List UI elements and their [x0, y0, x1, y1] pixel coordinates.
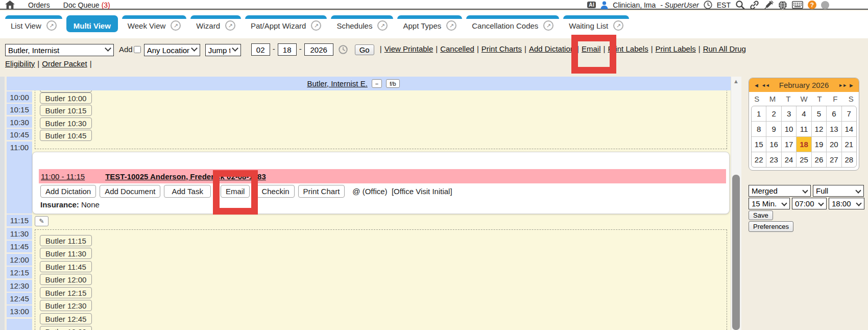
- add-dictation-button[interactable]: Add Dictation: [40, 185, 96, 198]
- interval-select[interactable]: 15 Min.: [749, 198, 790, 209]
- calendar-day[interactable]: 7: [842, 106, 856, 121]
- calendar-day[interactable]: 10: [782, 122, 796, 136]
- date-month-input[interactable]: [251, 43, 270, 56]
- print-labels-link[interactable]: Print Labels: [608, 44, 648, 53]
- save-button[interactable]: Save: [749, 210, 773, 220]
- open-slot-button[interactable]: Butler 11:30: [40, 248, 92, 259]
- external-link-icon[interactable]: ↗: [377, 20, 388, 31]
- print-chart-button[interactable]: Print Chart: [298, 185, 345, 198]
- open-slot-button[interactable]: Butler 12:00: [40, 274, 92, 285]
- syringe-icon[interactable]: [764, 1, 774, 10]
- open-slot-button[interactable]: Butler 10:15: [40, 105, 92, 116]
- open-slot-button[interactable]: Butler 12:45: [40, 313, 92, 324]
- appointment-time-link[interactable]: 11:00 - 11:15: [41, 172, 85, 181]
- tab-schedules[interactable]: Schedules↗: [331, 15, 393, 32]
- keyboard-icon[interactable]: [792, 1, 803, 9]
- cancelled-link[interactable]: Cancelled: [440, 44, 474, 53]
- calendar-day[interactable]: 19: [812, 137, 826, 152]
- date-year-input[interactable]: [304, 43, 333, 56]
- open-slot-button[interactable]: Butler 10:45: [40, 130, 92, 141]
- start-time-select[interactable]: 07:00: [792, 198, 827, 209]
- open-slot-button[interactable]: Butler 13:00: [40, 326, 92, 330]
- order-packet-link[interactable]: Order Packet: [42, 59, 87, 68]
- calendar-next-year-icon[interactable]: ►►: [837, 83, 848, 88]
- open-slot-button[interactable]: Butler 10:00: [40, 92, 92, 104]
- help-icon[interactable]: ?: [808, 1, 816, 9]
- calendar-day[interactable]: 3: [782, 106, 796, 121]
- tab-waiting-list[interactable]: Waiting List↗: [563, 15, 629, 32]
- tab-pat-appt-wizard[interactable]: Pat/Appt Wizard↗: [245, 15, 327, 32]
- tab-appt-types[interactable]: Appt Types↗: [397, 15, 462, 32]
- print-labels-link-2[interactable]: Print Labels: [656, 44, 696, 53]
- preferences-button[interactable]: Preferences: [749, 221, 793, 232]
- edit-slot-button[interactable]: ✎: [35, 216, 49, 226]
- provider-header-link[interactable]: Butler, Internist E.: [307, 79, 367, 88]
- calendar-prev-month-icon[interactable]: ◄: [753, 82, 760, 88]
- search-icon[interactable]: [735, 0, 745, 10]
- location-select[interactable]: Any Location: [144, 42, 200, 57]
- external-link-icon[interactable]: ↗: [613, 20, 623, 31]
- globe-icon[interactable]: [778, 1, 787, 10]
- date-day-input[interactable]: [278, 43, 297, 56]
- external-link-icon[interactable]: ↗: [543, 20, 553, 31]
- calendar-day[interactable]: 1: [752, 106, 766, 121]
- tab-multi-view[interactable]: Multi View: [66, 15, 118, 32]
- add-document-button[interactable]: Add Document: [100, 185, 160, 198]
- open-slot-button[interactable]: Butler 12:15: [40, 287, 92, 298]
- calendar-day[interactable]: 26: [812, 152, 826, 167]
- calendar-day[interactable]: 24: [782, 152, 796, 167]
- provider-select[interactable]: Butler, Internist: [5, 42, 114, 57]
- fb-button[interactable]: f/b: [386, 79, 399, 88]
- add-dictation-link[interactable]: Add Dictation: [529, 44, 574, 53]
- calendar-day[interactable]: 23: [766, 152, 781, 167]
- add-task-button[interactable]: Add Task: [164, 185, 210, 198]
- print-charts-link[interactable]: Print Charts: [481, 44, 522, 53]
- email-button[interactable]: Email: [221, 185, 250, 198]
- calendar-day[interactable]: 16: [766, 137, 781, 152]
- calendar-day[interactable]: 5: [812, 106, 826, 121]
- open-slot-button[interactable]: Butler 10:30: [40, 117, 92, 129]
- column-width-select[interactable]: Full: [813, 185, 864, 197]
- home-icon[interactable]: [5, 1, 15, 9]
- external-link-icon[interactable]: ↗: [171, 20, 181, 31]
- tab-week-view[interactable]: Week View↗: [122, 15, 186, 32]
- calendar-day-selected[interactable]: 18: [797, 137, 811, 152]
- calendar-day[interactable]: 28: [842, 152, 856, 167]
- time-picker-icon[interactable]: [339, 45, 348, 54]
- nav-orders[interactable]: Orders: [28, 1, 50, 9]
- calendar-day[interactable]: 20: [827, 137, 841, 152]
- ai-badge[interactable]: AI: [587, 2, 596, 8]
- calendar-day[interactable]: 11: [797, 122, 811, 136]
- external-link-icon[interactable]: ↗: [225, 20, 235, 31]
- external-link-icon[interactable]: ↗: [46, 20, 57, 31]
- calendar-day[interactable]: 17: [782, 137, 796, 152]
- collapse-column-button[interactable]: −: [372, 79, 382, 88]
- calendar-day[interactable]: 22: [752, 152, 766, 167]
- user-name[interactable]: Clinician, Ima: [613, 1, 656, 9]
- open-slot-button[interactable]: Butler 11:45: [40, 261, 92, 272]
- email-link[interactable]: Email: [582, 42, 601, 56]
- tab-wizard[interactable]: Wizard↗: [190, 15, 241, 32]
- calendar-prev-year-icon[interactable]: ◄◄: [760, 83, 770, 88]
- open-slot-button[interactable]: Butler 11:15: [40, 235, 92, 246]
- calendar-day[interactable]: 12: [812, 122, 826, 136]
- calendar-day[interactable]: 27: [827, 152, 841, 167]
- calendar-day[interactable]: 4: [797, 106, 811, 121]
- scrollbar-thumb[interactable]: [732, 175, 740, 330]
- calendar-day[interactable]: 25: [797, 152, 811, 167]
- calendar-day[interactable]: 9: [766, 122, 781, 136]
- external-link-icon[interactable]: ↗: [311, 20, 321, 31]
- calendar-day[interactable]: 15: [752, 137, 766, 152]
- calendar-day[interactable]: 8: [752, 122, 766, 136]
- open-slot-button[interactable]: Butler 12:30: [40, 300, 92, 311]
- external-link-icon[interactable]: ↗: [446, 20, 456, 31]
- go-button[interactable]: Go: [355, 44, 374, 55]
- nav-doc-queue[interactable]: Doc Queue(3): [63, 1, 110, 9]
- view-printable-link[interactable]: View Printable: [384, 44, 433, 53]
- calendar-day[interactable]: 13: [827, 122, 841, 136]
- tab-list-view[interactable]: List View↗: [5, 15, 62, 32]
- end-time-select[interactable]: 18:00: [829, 198, 864, 209]
- jump-to-select[interactable]: Jump to: [205, 42, 241, 57]
- patient-link[interactable]: TEST-10025 Anderson, Frederick 02-08-198…: [105, 172, 266, 181]
- checkin-button[interactable]: Checkin: [256, 185, 294, 198]
